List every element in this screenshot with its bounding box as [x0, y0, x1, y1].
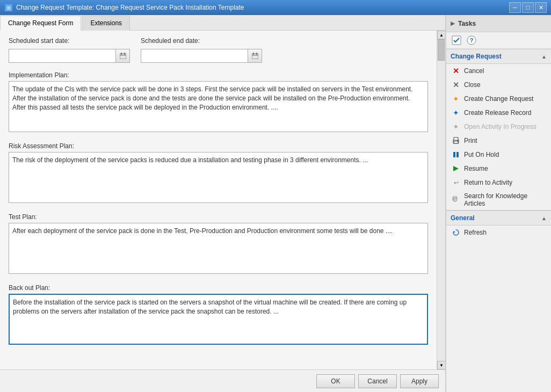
resume-icon — [452, 164, 460, 173]
menu-item-close[interactable]: ✕ Close — [446, 78, 551, 92]
scroll-area: Scheduled start date: — [0, 31, 445, 369]
vertical-scrollbar[interactable]: ▲ ▼ — [437, 31, 445, 369]
menu-item-create-release-record-label: Create Release Record — [464, 109, 531, 117]
menu-item-resume-label: Resume — [464, 165, 488, 172]
svg-point-14 — [457, 140, 458, 141]
test-plan-textarea[interactable] — [9, 223, 428, 274]
start-date-picker-button[interactable] — [116, 49, 130, 63]
end-date-picker-button[interactable] — [248, 49, 262, 63]
change-request-section-header[interactable]: Change Request ▲ — [446, 49, 551, 64]
implementation-plan-section: Implementation Plan: — [9, 71, 428, 134]
maximize-button[interactable]: □ — [522, 2, 534, 13]
close-button[interactable]: ✕ — [535, 2, 547, 13]
general-section-label: General — [451, 214, 475, 222]
svg-rect-12 — [454, 137, 458, 140]
svg-rect-15 — [453, 152, 455, 157]
left-panel: Change Request Form Extensions Scheduled… — [0, 15, 446, 392]
cancel-icon: ✕ — [452, 67, 460, 75]
menu-item-print-label: Print — [464, 137, 477, 144]
scheduled-end-date-input[interactable] — [141, 49, 248, 63]
menu-item-print[interactable]: Print — [446, 134, 551, 148]
scroll-thumb[interactable] — [438, 39, 445, 61]
general-section-header[interactable]: General ▲ — [446, 210, 551, 226]
menu-item-create-change-request-label: Create Change Request — [464, 95, 533, 103]
risk-assessment-label: Risk Assessment Plan: — [9, 142, 428, 150]
menu-item-open-activity-label: Open Activity In Progress — [464, 123, 536, 130]
menu-item-return-to-activity[interactable]: ↩ Return to Activity — [446, 176, 551, 190]
scheduled-start-date-group: Scheduled start date: — [9, 37, 130, 63]
implementation-plan-label: Implementation Plan: — [9, 71, 428, 79]
window-title: Change Request Template: Change Request … — [16, 4, 244, 11]
refresh-icon — [452, 228, 460, 237]
back-out-plan-section: Back out Plan: — [9, 284, 428, 346]
main-container: Change Request Form Extensions Scheduled… — [0, 15, 551, 392]
general-collapse-icon: ▲ — [541, 215, 547, 221]
svg-rect-16 — [456, 152, 459, 157]
risk-assessment-section: Risk Assessment Plan: — [9, 142, 428, 205]
open-activity-icon: ✦ — [452, 122, 460, 131]
apply-button[interactable]: Apply — [400, 374, 439, 388]
menu-item-refresh-label: Refresh — [464, 229, 487, 236]
menu-item-open-activity: ✦ Open Activity In Progress — [446, 120, 551, 134]
app-icon: ⊞ — [4, 3, 13, 12]
menu-item-create-release-record[interactable]: ✦ Create Release Record — [446, 106, 551, 120]
scroll-thumb-area — [437, 39, 445, 361]
scheduled-start-date-input[interactable] — [9, 49, 116, 63]
date-row: Scheduled start date: — [9, 37, 428, 63]
tab-extensions[interactable]: Extensions — [82, 16, 130, 31]
scheduled-end-date-group: Scheduled end date: — [141, 37, 262, 63]
scroll-down-button[interactable]: ▼ — [437, 361, 445, 369]
calendar-icon-end — [252, 53, 258, 59]
tab-bar: Change Request Form Extensions — [0, 15, 445, 31]
menu-item-create-change-request[interactable]: ✦ Create Change Request — [446, 92, 551, 106]
back-out-plan-label: Back out Plan: — [9, 284, 428, 292]
test-plan-label: Test Plan: — [9, 213, 428, 221]
change-request-section-label: Change Request — [451, 53, 502, 60]
tasks-header-label: Tasks — [458, 20, 476, 27]
right-panel: ▶ Tasks ? Change Request ▲ — [446, 15, 551, 392]
put-on-hold-icon — [452, 150, 460, 159]
menu-item-put-on-hold[interactable]: Put On Hold — [446, 148, 551, 162]
scroll-up-button[interactable]: ▲ — [437, 31, 445, 39]
calendar-icon — [120, 53, 126, 59]
tab-change-request-form[interactable]: Change Request Form — [0, 16, 81, 31]
minimize-button[interactable]: ─ — [509, 2, 521, 13]
cancel-button[interactable]: Cancel — [358, 374, 397, 388]
risk-assessment-textarea[interactable] — [9, 152, 428, 203]
menu-item-refresh[interactable]: Refresh — [446, 226, 551, 239]
menu-item-search-knowledge-label: Search for Knowledge Articles — [464, 192, 546, 207]
tasks-header[interactable]: ▶ Tasks — [446, 15, 551, 32]
menu-item-close-label: Close — [464, 81, 481, 89]
svg-marker-22 — [453, 231, 455, 233]
close-icon: ✕ — [452, 81, 460, 89]
menu-item-search-knowledge[interactable]: Search for Knowledge Articles — [446, 190, 551, 210]
tasks-icons-row: ? — [446, 32, 551, 49]
menu-item-cancel[interactable]: ✕ Cancel — [446, 64, 551, 78]
task-icon-help[interactable]: ? — [466, 34, 477, 46]
svg-rect-0 — [120, 54, 126, 59]
test-plan-section: Test Plan: — [9, 213, 428, 275]
general-section: General ▲ Refresh — [446, 210, 551, 239]
window-controls: ─ □ ✕ — [509, 2, 547, 13]
tasks-arrow-icon: ▶ — [451, 20, 455, 26]
print-icon — [452, 136, 460, 145]
scheduled-end-date-label: Scheduled end date: — [141, 37, 262, 45]
menu-item-resume[interactable]: Resume — [446, 162, 551, 176]
svg-rect-4 — [252, 54, 258, 59]
search-knowledge-icon — [452, 195, 460, 204]
end-date-input-group — [141, 49, 262, 63]
svg-rect-13 — [454, 141, 458, 143]
svg-text:?: ? — [470, 37, 474, 43]
menu-item-cancel-label: Cancel — [464, 67, 484, 75]
menu-item-return-to-activity-label: Return to Activity — [464, 179, 512, 186]
svg-marker-17 — [453, 166, 459, 171]
footer: OK Cancel Apply — [0, 369, 445, 392]
back-out-plan-textarea[interactable] — [9, 294, 428, 345]
change-request-collapse-icon: ▲ — [541, 54, 547, 60]
implementation-plan-textarea[interactable] — [9, 81, 428, 132]
title-bar: ⊞ Change Request Template: Change Reques… — [0, 0, 551, 15]
task-icon-checklist[interactable] — [451, 34, 462, 46]
form-content: Scheduled start date: — [0, 31, 437, 369]
ok-button[interactable]: OK — [316, 374, 355, 388]
return-to-activity-icon: ↩ — [452, 178, 460, 187]
